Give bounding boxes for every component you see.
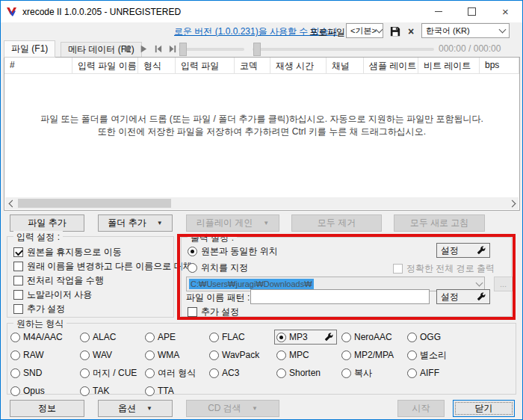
chevron-left-icon: [8, 200, 16, 207]
format-radio-ogg[interactable]: OGG: [407, 331, 441, 343]
format-radio-m4a-aac[interactable]: M4A/AAC: [10, 331, 63, 343]
scroll-left-arrow[interactable]: [5, 197, 17, 209]
format-label: AIFF: [420, 368, 439, 378]
tab-files[interactable]: 파일 (F1): [4, 40, 55, 58]
format-radio-mp3[interactable]: MP3: [274, 330, 337, 345]
format-radio-mp2-mpa[interactable]: MP2/MPA: [341, 349, 394, 361]
checkbox-label: 노말라이저 사용: [27, 288, 92, 301]
horizontal-scrollbar[interactable]: [5, 197, 519, 209]
checkbox-rename-replace[interactable]: 원래 이름을 변경하고 다른 이름으로 대체: [13, 260, 192, 273]
column-header-#[interactable]: #: [4, 58, 72, 73]
add-file-label: 파일 추가: [28, 217, 66, 229]
column-header--[interactable]: 입력 파일 이름: [72, 58, 138, 73]
stop-button[interactable]: [123, 44, 132, 54]
column-header--[interactable]: 비트 레이트: [418, 58, 480, 73]
checkbox-icon: [13, 290, 23, 300]
window-title: xrecode II 1.0.0.205 - UNREGISTERED: [22, 7, 181, 17]
format-radio-raw[interactable]: RAW: [10, 349, 44, 361]
format-radio-wma[interactable]: WMA: [145, 349, 179, 361]
delete-profile-button[interactable]: ×: [404, 25, 418, 38]
column-header--[interactable]: 입력 파일: [176, 58, 235, 73]
format-radio-ac3[interactable]: AC3: [209, 367, 239, 379]
format-label: APE: [158, 332, 176, 342]
close-button[interactable]: ×: [489, 1, 522, 22]
maximize-button[interactable]: [455, 1, 489, 22]
checkbox-normalizer[interactable]: 노말라이저 사용: [13, 288, 92, 301]
chevron-down-icon: [499, 26, 507, 34]
volume-slider[interactable]: [179, 48, 244, 51]
column-header--[interactable]: 코덱: [235, 58, 270, 73]
format-label: 머지 / CUE: [93, 367, 137, 380]
dropdown-arrow-icon: ▼: [157, 220, 163, 226]
format-radio-snd[interactable]: SND: [10, 367, 42, 379]
checkbox-label: 전처리 작업을 수행: [27, 274, 104, 287]
file-list-table[interactable]: #입력 파일 이름형식입력 파일코덱재생 시간채널샘플 레이트비트 레이트bps…: [4, 57, 520, 211]
format-radio--[interactable]: 여러 형식: [145, 367, 196, 379]
column-header--[interactable]: 샘플 레이트: [364, 58, 418, 73]
checkbox-move-to-trash[interactable]: 원본을 휴지통으로 이동: [13, 246, 122, 259]
volume-slider-thumb[interactable]: [179, 43, 187, 56]
save-profile-button[interactable]: [389, 25, 402, 38]
add-folder-button[interactable]: 폴더 추가▼: [98, 214, 173, 232]
format-settings-wrench[interactable]: [324, 333, 333, 342]
chevron-down-icon: [476, 280, 483, 287]
output-settings-button[interactable]: 설정: [436, 243, 490, 258]
column-header-bps[interactable]: bps: [480, 58, 519, 73]
replay-gain-label: 리플레이 게인: [196, 217, 253, 229]
format-label: NeroAAC: [354, 332, 392, 342]
format-label: MPC: [289, 350, 309, 360]
pattern-settings-button[interactable]: 설정: [436, 289, 490, 304]
seek-slider[interactable]: [253, 48, 434, 51]
add-file-button[interactable]: 파일 추가: [10, 214, 84, 232]
info-button[interactable]: 정보: [10, 400, 84, 417]
format-group: 원하는 형식 M4A/AACRAWSNDOpusALACWAV머지 / CUET…: [7, 323, 516, 395]
checkbox-icon: [188, 307, 197, 317]
format-radio--[interactable]: 복사: [341, 367, 372, 379]
scrollbar-thumb[interactable]: [18, 199, 171, 208]
tab-files-label: 파일 (F1): [11, 43, 48, 55]
checkbox-preprocess[interactable]: 전처리 작업을 수행: [13, 274, 104, 287]
play-button[interactable]: [138, 44, 148, 54]
radio-icon: [10, 350, 20, 360]
format-radio--[interactable]: 별소리: [407, 349, 447, 361]
format-radio-tak[interactable]: TAK: [80, 385, 109, 397]
format-radio-tta[interactable]: TTA: [145, 385, 174, 397]
format-radio-shorten[interactable]: Shorten: [276, 367, 321, 379]
seek-slider-thumb[interactable]: [253, 43, 261, 56]
format-radio-wav[interactable]: WAV: [80, 349, 112, 361]
format-label: WavPack: [222, 350, 259, 360]
format-label: Opus: [23, 386, 45, 396]
format-radio-flac[interactable]: FLAC: [209, 331, 245, 343]
minimize-button[interactable]: [421, 1, 455, 22]
scroll-right-arrow[interactable]: [507, 197, 519, 209]
column-header--[interactable]: 형식: [138, 58, 176, 73]
format-radio-aiff[interactable]: AIFF: [407, 367, 439, 379]
close-dialog-button[interactable]: 닫기: [453, 400, 515, 417]
column-header--[interactable]: 채널: [327, 58, 364, 73]
radio-custom-location[interactable]: 위치를 지정: [188, 262, 248, 274]
checkbox-output-extra-settings[interactable]: 추가 설정: [188, 306, 239, 318]
format-radio-alac[interactable]: ALAC: [80, 331, 116, 343]
language-select[interactable]: 한국어 (KR): [421, 23, 510, 38]
start-button: 시작: [397, 400, 445, 417]
format-radio--cue[interactable]: 머지 / CUE: [80, 367, 137, 379]
profile-select[interactable]: <기본>: [346, 23, 383, 38]
next-track-button[interactable]: [168, 44, 178, 54]
filename-pattern-input[interactable]: [250, 289, 430, 304]
previous-track-button[interactable]: [153, 44, 163, 54]
options-button[interactable]: 옵션▼: [98, 400, 173, 417]
close-icon: ×: [502, 6, 509, 17]
format-radio-neroaac[interactable]: NeroAAC: [341, 331, 392, 343]
format-radio-ape[interactable]: APE: [145, 331, 176, 343]
format-radio-wavpack[interactable]: WavPack: [209, 349, 259, 361]
format-radio-mpc[interactable]: MPC: [276, 349, 309, 361]
format-label: MP3: [289, 332, 308, 342]
browse-folder-button: ...: [494, 277, 513, 291]
title-bar: xrecode II 1.0.0.205 - UNREGISTERED ×: [1, 1, 522, 22]
checkbox-input-extra-settings[interactable]: 추가 설정: [13, 303, 65, 315]
cd-search-button: CD 검색▼: [186, 400, 279, 417]
format-radio-opus[interactable]: Opus: [10, 385, 45, 397]
radio-same-location[interactable]: 원본과 동일한 위치: [188, 245, 278, 258]
column-header--[interactable]: 재생 시간: [270, 58, 327, 73]
radio-icon: [209, 350, 219, 360]
